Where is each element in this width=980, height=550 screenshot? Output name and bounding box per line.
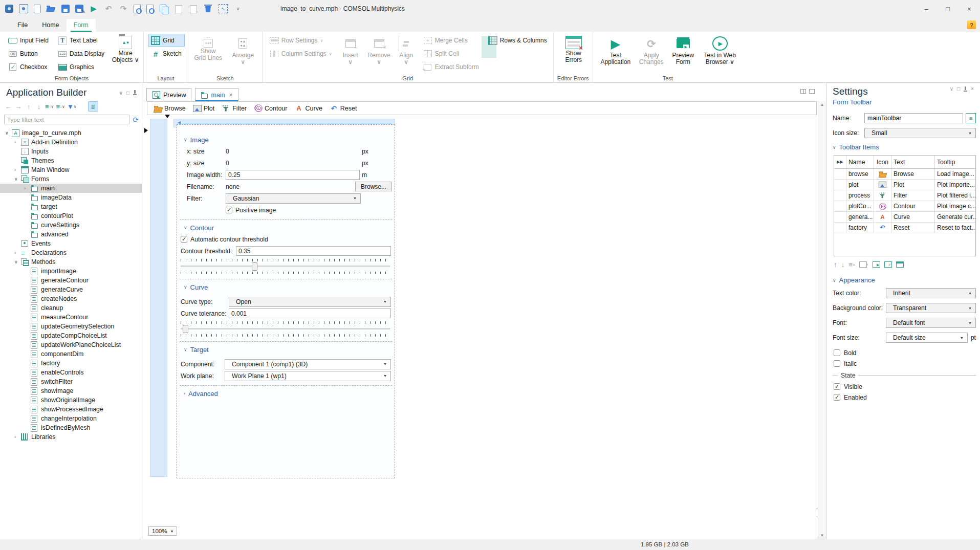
expand-all-button[interactable]: ≡↑∨ xyxy=(45,102,54,111)
edit-item-button[interactable]: ✎ xyxy=(859,261,869,268)
filter-button[interactable]: ▼∨ xyxy=(67,102,77,111)
zoom-control[interactable]: 100% ▼ xyxy=(148,526,177,536)
item-text-cell[interactable]: Plot xyxy=(891,180,935,190)
tree-item[interactable]: ∨ image_to_curve.mph xyxy=(0,128,142,138)
tab-main[interactable]: main × xyxy=(195,88,238,101)
tree-expander-icon[interactable]: › xyxy=(24,186,31,191)
tree-expander-icon[interactable]: › xyxy=(14,140,21,145)
form-toolbar-button[interactable]: Contour xyxy=(251,103,290,114)
panel-toggle-button[interactable]: ≣ xyxy=(88,101,98,112)
tree-item[interactable]: importImage xyxy=(0,267,142,276)
tree-expander-icon[interactable]: › xyxy=(14,434,21,439)
filter-dropdown[interactable]: Gaussian ▼ xyxy=(226,193,361,204)
tree-item[interactable]: componentDim xyxy=(0,349,142,359)
tree-item[interactable]: updateCompChoiceList xyxy=(0,331,142,340)
tree-item[interactable]: Inputs xyxy=(0,147,142,156)
contour-threshold-input[interactable] xyxy=(236,246,391,256)
move-down-button[interactable]: ↓ xyxy=(841,261,845,269)
quick-access-icon[interactable]: ↷ xyxy=(119,4,128,13)
item-tooltip-cell[interactable]: Generate cur... xyxy=(935,212,975,222)
tree-item[interactable]: advanced xyxy=(0,230,142,239)
tab-form[interactable]: Form xyxy=(67,19,96,32)
component-dropdown[interactable]: Component 1 (comp1) (3D) ▼ xyxy=(225,359,391,369)
image-width-input[interactable] xyxy=(226,170,360,180)
graphics-button[interactable]: Graphics xyxy=(55,60,107,74)
editor-layout-icon[interactable] xyxy=(800,89,806,94)
appearance-header[interactable]: ∨ Appearance xyxy=(833,276,976,284)
quick-access-icon[interactable] xyxy=(5,5,13,13)
item-tooltip-cell[interactable]: Plot importe... xyxy=(935,180,975,190)
forward-button[interactable]: → xyxy=(14,102,23,111)
data-display-button[interactable]: Data Display xyxy=(55,47,107,60)
form-toolbar-button[interactable]: Browse xyxy=(150,103,189,114)
quick-access-icon[interactable]: ∨ xyxy=(233,4,243,13)
quick-access-icon[interactable]: ▶ xyxy=(89,4,98,13)
panel-pin-icon[interactable] xyxy=(133,90,137,95)
toolbar-item-row[interactable]: factory Reset Reset to fact... xyxy=(834,223,975,233)
quick-access-icon[interactable] xyxy=(134,5,141,13)
item-icon-cell[interactable] xyxy=(874,190,891,201)
quick-access-icon[interactable] xyxy=(204,4,213,13)
row-header-strip[interactable] xyxy=(150,119,167,477)
help-icon[interactable]: ? xyxy=(967,20,976,29)
tree-item[interactable]: imageData xyxy=(0,193,142,202)
close-tab-icon[interactable]: × xyxy=(229,92,233,99)
form-toolbar-button[interactable]: Plot xyxy=(190,103,218,114)
section-target-header[interactable]: ∨ Target xyxy=(180,344,392,355)
tree-item[interactable]: curveSettings xyxy=(0,221,142,230)
tree-item[interactable]: Events xyxy=(0,239,142,248)
item-icon-cell[interactable] xyxy=(874,201,891,211)
row-settings-button[interactable]: Row Settings∨ xyxy=(267,34,335,47)
quick-access-icon[interactable] xyxy=(75,5,83,13)
show-errors-button[interactable]: Show Errors xyxy=(558,34,590,74)
column-settings-button[interactable]: Column Settings∨ xyxy=(267,47,335,60)
button-button[interactable]: Button xyxy=(5,47,52,60)
italic-checkbox[interactable] xyxy=(834,360,840,367)
split-cell-button[interactable]: Split Cell xyxy=(420,47,482,60)
quick-access-icon[interactable] xyxy=(146,5,154,13)
item-text-cell[interactable]: Curve xyxy=(891,212,935,222)
tree-item[interactable]: enableControls xyxy=(0,368,142,377)
browse-file-button[interactable]: Browse... xyxy=(355,182,392,191)
tree-expander-icon[interactable]: ∨ xyxy=(14,177,21,182)
editor-scrollbar[interactable]: ▲▼ xyxy=(818,101,826,539)
tab-preview[interactable]: Preview xyxy=(146,88,191,101)
edit-node-button[interactable]: ≡ xyxy=(966,113,976,123)
item-icon-cell[interactable] xyxy=(874,212,891,222)
add-toggle-item-button[interactable] xyxy=(884,261,892,268)
add-item-button[interactable] xyxy=(873,261,880,268)
tree-item[interactable]: ∨ Methods xyxy=(0,257,142,267)
tree-item[interactable]: ∨ Forms xyxy=(0,174,142,184)
text-color-dropdown[interactable]: Inherit ▼ xyxy=(886,288,976,298)
item-icon-cell[interactable] xyxy=(874,223,891,233)
rows-columns-button[interactable]: Rows & Columns xyxy=(485,34,550,47)
tree-item[interactable]: showOriginalImage xyxy=(0,395,142,405)
tree-expander-icon[interactable]: ∨ xyxy=(14,259,21,265)
panel-close-icon[interactable]: × xyxy=(971,86,974,92)
form-toolbar-button[interactable]: Filter xyxy=(219,103,250,114)
item-text-cell[interactable]: Reset xyxy=(891,223,935,233)
icon-size-dropdown[interactable]: Small ▼ xyxy=(864,128,976,138)
toolbar-item-row[interactable]: genera... Curve Generate cur... xyxy=(834,212,975,223)
panel-float-icon[interactable]: □ xyxy=(957,86,960,92)
bold-checkbox[interactable] xyxy=(834,349,840,356)
item-name-cell[interactable]: browse xyxy=(846,169,874,179)
form-toolbar-button[interactable]: Curve xyxy=(292,103,325,114)
font-size-dropdown[interactable]: Default size ▼ xyxy=(886,333,968,343)
remove-button[interactable]: Remove ∨ xyxy=(366,34,393,74)
tree-item[interactable]: showImage xyxy=(0,386,142,395)
panel-float-icon[interactable]: □ xyxy=(126,90,129,96)
item-tooltip-cell[interactable]: Plot image c... xyxy=(935,201,975,211)
tree-item[interactable]: cleanup xyxy=(0,303,142,313)
tree-item[interactable]: switchFilter xyxy=(0,377,142,386)
quick-access-icon[interactable] xyxy=(189,4,198,13)
merge-cells-button[interactable]: Merge Cells xyxy=(420,34,482,47)
item-text-cell[interactable]: Browse xyxy=(891,169,935,179)
test-web-browser-button[interactable]: Test in Web Browser ∨ xyxy=(701,34,739,74)
collapse-all-button[interactable]: ≡↓∨ xyxy=(56,102,64,111)
tree-item[interactable]: factory xyxy=(0,359,142,368)
checkbox-button[interactable]: Checkbox xyxy=(5,60,52,74)
item-tooltip-cell[interactable]: Reset to fact... xyxy=(935,223,975,233)
quick-access-icon[interactable] xyxy=(174,4,183,13)
tree-item[interactable]: Themes xyxy=(0,156,142,165)
